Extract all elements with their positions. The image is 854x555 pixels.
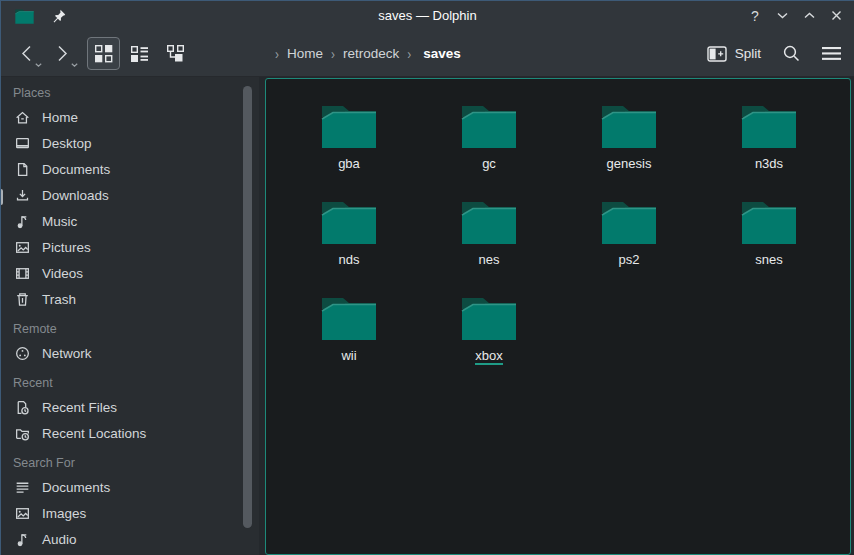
music-note-icon [14, 531, 31, 548]
document-icon [14, 161, 31, 178]
download-icon [14, 187, 31, 204]
sidebar-item-pictures[interactable]: Pictures [1, 234, 259, 260]
folder-icon [459, 291, 519, 341]
recent-locations-icon [14, 425, 31, 442]
breadcrumb-retrodeck[interactable]: retrodeck [343, 46, 399, 61]
sidebar-item-downloads[interactable]: Downloads [1, 182, 259, 208]
folder-item-gc[interactable]: gc [419, 99, 559, 195]
image-icon [14, 239, 31, 256]
sidebar-item-recent-files[interactable]: Recent Files [1, 394, 259, 420]
sidebar-item-videos[interactable]: Videos [1, 260, 259, 286]
folder-icon [739, 99, 799, 149]
film-icon [14, 265, 31, 282]
sidebar-item-search-images[interactable]: Images [1, 500, 259, 526]
desktop-icon [14, 135, 31, 152]
navigation-buttons [15, 39, 73, 69]
folder-label: gba [338, 156, 360, 171]
folder-label: nds [339, 252, 360, 267]
view-mode-buttons [87, 37, 192, 70]
icons-view-button[interactable] [87, 37, 120, 70]
details-view-button[interactable] [123, 37, 156, 70]
folder-item-snes[interactable]: snes [699, 195, 839, 291]
folder-item-nds[interactable]: nds [279, 195, 419, 291]
panel-resize-handle[interactable] [1, 189, 3, 205]
image-icon [14, 505, 31, 522]
search-icon [782, 44, 801, 63]
back-button[interactable] [15, 39, 37, 69]
forward-button[interactable] [51, 39, 73, 69]
pin-icon[interactable] [52, 9, 66, 23]
folder-item-gba[interactable]: gba [279, 99, 419, 195]
minimize-button[interactable] [773, 7, 791, 25]
chevron-right-icon: › [275, 45, 279, 63]
folder-label: snes [755, 252, 782, 267]
split-button[interactable]: Split [707, 46, 761, 62]
sidebar-item-search-audio[interactable]: Audio [1, 526, 259, 552]
menu-button[interactable] [822, 46, 841, 61]
sidebar-item-documents[interactable]: Documents [1, 156, 259, 182]
breadcrumb-saves[interactable]: saves [423, 46, 461, 61]
search-button[interactable] [782, 44, 801, 63]
titlebar[interactable]: saves — Dolphin ? [1, 1, 854, 30]
text-lines-icon [14, 479, 31, 496]
folder-icon [599, 99, 659, 149]
folder-item-wii[interactable]: wii [279, 291, 419, 387]
section-header: Search For [1, 452, 259, 474]
dolphin-window: saves — Dolphin ? [0, 0, 854, 555]
sidebar-item-recent-locations[interactable]: Recent Locations [1, 420, 259, 446]
help-button[interactable]: ? [746, 7, 764, 25]
remote-section: Remote Network [1, 318, 259, 366]
recent-section: Recent Recent Files Recent Locations [1, 372, 259, 446]
sidebar-item-network[interactable]: Network [1, 340, 259, 366]
window-title: saves — Dolphin [1, 8, 854, 23]
folder-label: ps2 [619, 252, 640, 267]
folder-grid: gba gc genesis n3ds nds nes [266, 79, 850, 387]
sidebar-item-music[interactable]: Music [1, 208, 259, 234]
section-header: Places [1, 82, 259, 104]
section-header: Recent [1, 372, 259, 394]
folder-item-ps2[interactable]: ps2 [559, 195, 699, 291]
home-icon [14, 109, 31, 126]
maximize-button[interactable] [800, 7, 818, 25]
close-button[interactable] [827, 7, 845, 25]
chevron-right-icon: › [331, 45, 335, 63]
folder-item-xbox[interactable]: xbox [419, 291, 559, 387]
folder-label: gc [482, 156, 496, 171]
recent-files-icon [14, 399, 31, 416]
folder-label: nes [479, 252, 500, 267]
split-view-icon [707, 46, 727, 62]
window-header: saves — Dolphin ? [1, 1, 854, 77]
folder-item-n3ds[interactable]: n3ds [699, 99, 839, 195]
places-panel: Places Home Desktop [1, 77, 259, 555]
breadcrumb-home[interactable]: Home [287, 46, 323, 61]
folder-icon [599, 195, 659, 245]
tree-view-button[interactable] [159, 37, 192, 70]
folder-icon [459, 195, 519, 245]
places-section: Places Home Desktop [1, 82, 259, 312]
sidebar-item-desktop[interactable]: Desktop [1, 130, 259, 156]
folder-icon [319, 99, 379, 149]
trash-icon [14, 291, 31, 308]
sidebar-item-trash[interactable]: Trash [1, 286, 259, 312]
forward-history-chevron-icon[interactable] [71, 63, 78, 67]
hamburger-icon [822, 46, 841, 61]
window-controls: ? [746, 1, 845, 30]
sidebar-item-home[interactable]: Home [1, 104, 259, 130]
folder-item-nes[interactable]: nes [419, 195, 559, 291]
dolphin-app-icon [14, 7, 35, 24]
folder-icon [319, 291, 379, 341]
folder-icon [459, 99, 519, 149]
music-note-icon [14, 213, 31, 230]
back-history-chevron-icon[interactable] [35, 63, 42, 67]
folder-icon [739, 195, 799, 245]
sidebar-scrollbar[interactable] [243, 86, 252, 528]
folder-item-genesis[interactable]: genesis [559, 99, 699, 195]
network-icon [14, 345, 31, 362]
search-for-section: Search For Documents Images [1, 452, 259, 552]
folder-icon [319, 195, 379, 245]
toolbar-right: Split [707, 30, 841, 77]
folder-view[interactable]: gba gc genesis n3ds nds nes [265, 78, 851, 555]
breadcrumb: › Home › retrodeck › saves [267, 30, 461, 77]
section-header: Remote [1, 318, 259, 340]
sidebar-item-search-documents[interactable]: Documents [1, 474, 259, 500]
